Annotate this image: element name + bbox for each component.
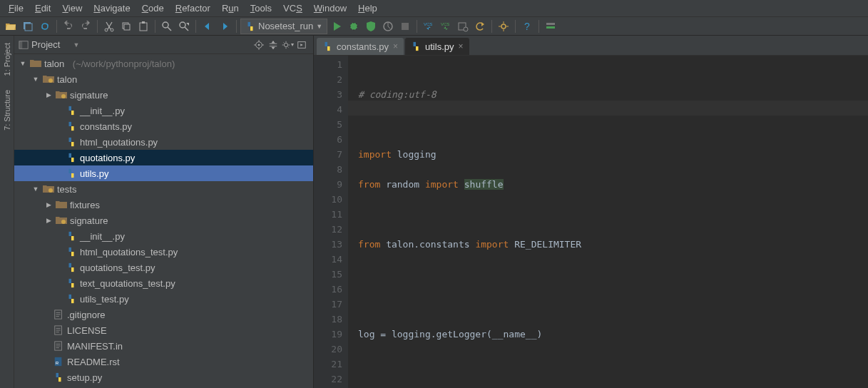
editor-area: constants.py × utils.py × 12345678910111… — [314, 36, 868, 388]
expand-toggle-icon[interactable]: ▼ — [19, 59, 27, 68]
run-icon[interactable] — [329, 19, 344, 34]
tree-row-constants[interactable]: constants.py — [14, 118, 313, 134]
menu-view[interactable]: View — [56, 1, 88, 15]
python-file-icon — [66, 277, 77, 289]
svg-point-24 — [258, 44, 260, 46]
menu-help[interactable]: Help — [352, 1, 383, 15]
tree-row-init2[interactable]: __init__.py — [14, 228, 313, 244]
code-editor[interactable]: 12345678910111213141516171819202122 # co… — [314, 56, 868, 388]
code-text[interactable]: # coding:utf-8 import logging from rando… — [348, 56, 868, 388]
tree-row-manifest[interactable]: MANIFEST.in — [14, 338, 313, 354]
tree-row-signature2[interactable]: ▶ signature — [14, 213, 313, 228]
back-icon[interactable] — [200, 19, 215, 34]
expand-toggle-icon[interactable]: ▼ — [31, 185, 40, 193]
tree-row-utilst[interactable]: utils_test.py — [14, 291, 313, 307]
menu-vcs[interactable]: VCS — [277, 1, 308, 15]
paste-icon[interactable] — [136, 19, 151, 34]
tree-row-quott[interactable]: quotations_test.py — [14, 260, 313, 275]
tree-row-init[interactable]: __init__.py — [14, 103, 313, 118]
tree-label: README.rst — [67, 357, 120, 367]
tree-row-license[interactable]: LICENSE — [14, 322, 313, 338]
menu-navigate[interactable]: Navigate — [88, 1, 136, 15]
cut-icon[interactable] — [101, 19, 117, 34]
expand-toggle-icon[interactable]: ▼ — [31, 75, 40, 83]
expand-toggle-icon[interactable]: ▶ — [44, 216, 53, 225]
replace-icon[interactable] — [176, 19, 192, 34]
menu-run[interactable]: Run — [216, 1, 245, 15]
tree-row-readme[interactable]: R README.rst — [14, 354, 313, 369]
line-number-gutter[interactable]: 12345678910111213141516171819202122 — [314, 56, 348, 388]
expand-toggle-icon[interactable]: ▶ — [44, 200, 53, 209]
redo-icon[interactable] — [78, 19, 93, 34]
menu-window[interactable]: Window — [308, 1, 352, 15]
help-icon[interactable]: ? — [519, 19, 535, 34]
menu-code[interactable]: Code — [136, 1, 170, 15]
svg-rect-22 — [19, 41, 22, 48]
tree-row-root[interactable]: ▼ talon (~/work/pythonproj/talon) — [14, 56, 313, 71]
project-tree[interactable]: ▼ talon (~/work/pythonproj/talon) ▼ talo… — [14, 54, 313, 388]
run-config-dropdown[interactable]: Nosetest_run ▼ — [240, 19, 327, 34]
search-everywhere-icon[interactable] — [543, 19, 558, 34]
svg-point-29 — [48, 188, 53, 193]
find-icon[interactable] — [159, 19, 175, 34]
tree-row-fixtures[interactable]: ▶ fixtures — [14, 197, 313, 213]
svg-text:?: ? — [524, 21, 530, 32]
close-tab-icon[interactable]: × — [393, 41, 398, 51]
svg-rect-1 — [25, 24, 32, 31]
copy-icon[interactable] — [118, 19, 134, 34]
sync-icon[interactable] — [37, 19, 53, 34]
locate-icon[interactable] — [252, 38, 266, 52]
menu-tools[interactable]: Tools — [245, 1, 277, 15]
tree-row-quotations[interactable]: quotations.py — [14, 150, 313, 165]
tree-label: tests — [57, 184, 76, 195]
debug-icon[interactable] — [346, 19, 362, 34]
hide-panel-icon[interactable] — [295, 38, 309, 52]
collapse-all-icon[interactable] — [266, 38, 280, 52]
tree-label: __init__.py — [80, 231, 125, 242]
chevron-down-icon[interactable]: ▼ — [73, 41, 79, 48]
forward-icon[interactable] — [217, 19, 233, 34]
panel-settings-icon[interactable]: ▾ — [280, 38, 295, 52]
undo-icon[interactable] — [61, 19, 76, 34]
vcs-revert-icon[interactable] — [472, 19, 488, 34]
stop-icon[interactable] — [397, 19, 413, 34]
python-file-icon — [66, 152, 77, 163]
open-icon[interactable] — [3, 19, 19, 34]
python-file-icon — [66, 136, 77, 148]
svg-point-28 — [61, 94, 66, 98]
tree-label: talon — [57, 74, 77, 85]
settings-icon[interactable] — [496, 19, 511, 34]
menu-file[interactable]: File — [3, 1, 29, 15]
close-tab-icon[interactable]: × — [458, 41, 463, 51]
tree-row-utils[interactable]: utils.py — [14, 165, 313, 181]
tree-row-talon[interactable]: ▼ talon — [14, 71, 313, 87]
tree-row-gitignore[interactable]: .gitignore — [14, 307, 313, 322]
svg-rect-19 — [546, 23, 555, 25]
vcs-history-icon[interactable] — [455, 19, 471, 34]
expand-toggle-icon[interactable]: ▶ — [44, 91, 53, 99]
vcs-commit-icon[interactable]: VCS — [438, 19, 454, 34]
save-all-icon[interactable] — [20, 19, 36, 34]
tree-row-htmlq[interactable]: html_quotations.py — [14, 134, 313, 150]
tree-label: html_quotations_test.py — [80, 247, 178, 257]
tree-row-tests[interactable]: ▼ tests — [14, 181, 313, 197]
tab-label: utils.py — [425, 41, 454, 52]
project-panel-header: Project ▼ ▾ — [14, 36, 313, 54]
tree-row-textqt[interactable]: text_quotations_test.py — [14, 275, 313, 291]
tree-row-htmlqt[interactable]: html_quotations_test.py — [14, 244, 313, 260]
tab-utils[interactable]: utils.py × — [405, 38, 469, 55]
tree-row-setup[interactable]: setup.py — [14, 369, 313, 385]
project-tool-tab[interactable]: 1: Project — [3, 43, 11, 76]
menu-refactor[interactable]: Refactor — [170, 1, 216, 15]
vcs-update-icon[interactable]: VCS — [421, 19, 436, 34]
main-toolbar: Nosetest_run ▼ VCS VCS ? — [0, 17, 868, 36]
tree-row-signature[interactable]: ▶ signature — [14, 87, 313, 103]
coverage-icon[interactable] — [363, 19, 379, 34]
profile-icon[interactable] — [380, 19, 396, 34]
text-file-icon — [53, 340, 64, 352]
menu-edit[interactable]: Edit — [29, 1, 56, 15]
svg-point-16 — [464, 27, 468, 31]
tab-constants[interactable]: constants.py × — [317, 38, 404, 55]
structure-tool-tab[interactable]: 7: Structure — [3, 90, 11, 131]
project-pane-icon — [19, 40, 29, 50]
